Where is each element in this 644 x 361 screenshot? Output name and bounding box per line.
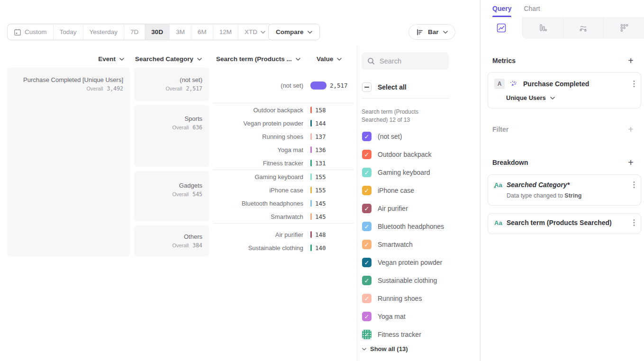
range-custom[interactable]: Custom (8, 24, 53, 40)
checkbox-checked-icon[interactable]: ✓ (362, 312, 372, 321)
range-today[interactable]: Today (53, 24, 83, 40)
checkbox-checked-icon[interactable]: ✓ (362, 168, 372, 177)
filter-item[interactable]: ✓(not set) (362, 127, 480, 145)
metric-name: Purchase Completed (523, 80, 633, 88)
table-row[interactable]: Smartwatch 145 (213, 210, 354, 223)
checkbox-checked-icon[interactable]: ✓ (362, 150, 372, 159)
table-row[interactable]: Yoga mat 136 (213, 143, 354, 156)
category-card-others[interactable]: Others Overall384 (134, 226, 209, 256)
value-bar (310, 160, 312, 166)
search-box[interactable] (362, 52, 449, 70)
select-all-row[interactable]: Select all (362, 82, 480, 92)
value-text: 145 (315, 200, 326, 207)
checkbox-checked-icon[interactable]: ✓ (362, 294, 372, 303)
column-header-value[interactable]: Value (317, 55, 342, 63)
checkbox-checked-icon[interactable]: ✓ (362, 258, 372, 267)
column-label: Event (98, 55, 116, 63)
filter-item[interactable]: ✓Bluetooth headphones (362, 217, 480, 235)
term-label: Air purifier (213, 231, 303, 238)
table-row[interactable]: Bluetooth headphones 145 (213, 197, 354, 210)
chevron-down-icon (443, 31, 448, 34)
kebab-menu-icon[interactable] (633, 181, 635, 189)
show-all-button[interactable]: Show all (13) (362, 345, 480, 352)
kebab-menu-icon[interactable] (633, 80, 635, 88)
filter-item[interactable]: ✓Smartwatch (362, 235, 480, 253)
checkbox-checked-icon[interactable]: ✓ (362, 222, 372, 231)
filter-item[interactable]: ✓Outdoor backpack (362, 145, 480, 163)
compare-button[interactable]: Compare (268, 24, 320, 40)
category-card-sports[interactable]: Sports Overall636 (134, 105, 209, 167)
checkbox-checked-icon[interactable]: ✓ (362, 186, 372, 195)
filter-item[interactable]: ✓Gaming keyboard (362, 163, 480, 181)
kebab-menu-icon[interactable] (633, 219, 635, 226)
measure-label: Unique Users (506, 94, 546, 101)
range-6m[interactable]: 6M (191, 24, 213, 40)
range-7d[interactable]: 7D (124, 24, 145, 40)
tab-insights-active[interactable] (481, 17, 522, 39)
table-row[interactable]: Sustainable clothing 140 (213, 241, 354, 254)
event-card[interactable]: Purchase Completed [Unique Users] Overal… (7, 68, 130, 256)
add-metric-button[interactable]: + (627, 56, 635, 65)
table-row[interactable]: Fitness tracker 131 (213, 156, 354, 170)
column-header-event[interactable]: Event (7, 55, 124, 63)
term-label: Outdoor backpack (213, 107, 303, 114)
filter-item-label: Vegan protein powder (378, 259, 442, 266)
value-bar (310, 173, 312, 180)
breakdown-card-searched-category[interactable]: Aa* Searched Category* Data type changed… (488, 174, 641, 206)
tab-retention[interactable] (603, 17, 644, 39)
checkbox-checked-icon[interactable]: ✓ (362, 240, 372, 249)
search-input[interactable] (380, 57, 441, 65)
range-label: Yesterday (90, 28, 118, 36)
filter-item-label: Air purifier (378, 205, 408, 212)
filter-item[interactable]: ✓Yoga mat (362, 307, 480, 325)
table-row[interactable]: Vegan protein powder 144 (213, 117, 354, 130)
range-30d-selected[interactable]: 30D (145, 24, 169, 40)
metric-card[interactable]: A Purchase Completed Unique (488, 72, 641, 108)
report-canvas: Custom Today Yesterday 7D 30D 3M 6M 12M … (0, 0, 480, 361)
table-row[interactable]: Running shoes 137 (213, 130, 354, 143)
category-card-gadgets[interactable]: Gadgets Overall545 (134, 171, 209, 221)
value-bar (310, 213, 312, 220)
line-chart-icon (496, 23, 507, 33)
tab-flows[interactable] (563, 17, 604, 39)
chart-type-button[interactable]: Bar (408, 24, 455, 40)
table-row[interactable]: iPhone case 155 (213, 183, 354, 197)
filter-item[interactable]: ✓Running shoes (362, 289, 480, 307)
checkbox-checked-icon[interactable]: ✓ (362, 132, 372, 141)
table-row[interactable]: Outdoor backpack 158 (213, 103, 354, 117)
range-xtd[interactable]: XTD (238, 24, 272, 40)
column-header-term[interactable]: Search term (Products ... (216, 55, 300, 63)
checkbox-checked-icon[interactable]: ✓ (362, 276, 372, 285)
filter-item[interactable]: ✓Sustainable clothing (362, 271, 480, 289)
filter-item[interactable]: ✓Vegan protein powder (362, 253, 480, 271)
value-bar (310, 120, 312, 126)
range-3m[interactable]: 3M (169, 24, 191, 40)
add-breakdown-button[interactable]: + (627, 158, 635, 167)
term-label: iPhone case (213, 187, 303, 194)
category-name: (not set) (141, 76, 202, 83)
checkbox-indeterminate-icon[interactable] (362, 82, 372, 92)
table-row[interactable]: Gaming keyboard 155 (213, 170, 354, 183)
tab-query[interactable]: Query (492, 5, 511, 12)
filter-item[interactable]: ✓Fitness tracker (362, 325, 480, 343)
table-row[interactable]: (not set) 2,517 (213, 79, 354, 92)
tab-funnels[interactable] (522, 17, 563, 39)
table-row[interactable]: Air purifier 148 (213, 228, 354, 241)
tab-chart[interactable]: Chart (524, 5, 540, 12)
filter-item-label: Gaming keyboard (378, 169, 430, 176)
column-header-category[interactable]: Searched Category (134, 55, 202, 63)
filter-item[interactable]: ✓iPhone case (362, 181, 480, 199)
retention-dots-icon (619, 23, 629, 33)
breakdown-header: Breakdown (492, 159, 528, 166)
add-filter-button[interactable]: + (627, 125, 635, 134)
range-12m[interactable]: 12M (213, 24, 238, 40)
checkbox-checked-icon[interactable]: ✓ (362, 330, 372, 339)
filter-item-label: Yoga mat (378, 313, 406, 320)
category-card-not-set[interactable]: (not set) Overall2,517 (134, 68, 209, 101)
checkbox-checked-icon[interactable]: ✓ (362, 204, 372, 213)
filter-item[interactable]: ✓Air purifier (362, 199, 480, 217)
range-yesterday[interactable]: Yesterday (83, 24, 124, 40)
measure-selector[interactable]: Unique Users (506, 94, 641, 108)
breakdown-card-search-term[interactable]: Aa Search term (Products Searched) (488, 213, 641, 234)
overall-value: 2,517 (186, 85, 202, 92)
